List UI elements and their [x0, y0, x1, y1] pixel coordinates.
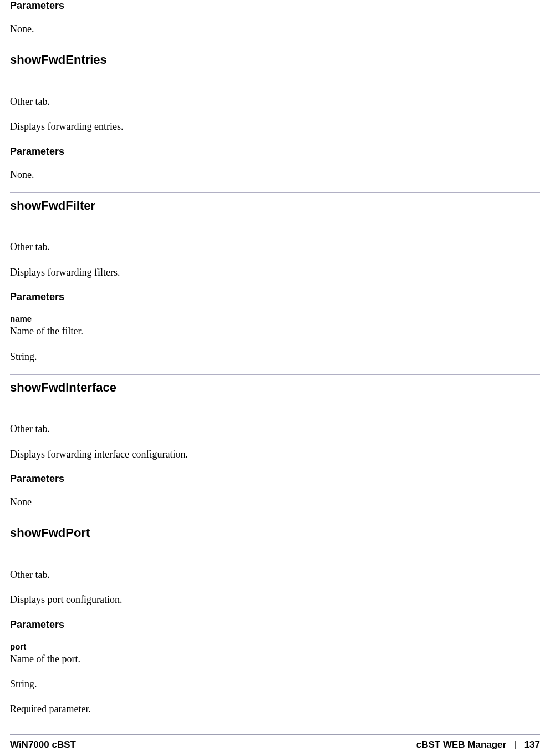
body-text: Name of the port.	[10, 652, 540, 666]
parameters-heading: Parameters	[10, 0, 540, 15]
parameter-name: name	[10, 306, 540, 324]
body-text: Other tab.	[10, 543, 540, 581]
footer-left: WiN7000 cBST	[10, 739, 76, 750]
parameters-heading: Parameters	[10, 279, 540, 306]
parameters-heading: Parameters	[10, 607, 540, 634]
body-text: Name of the filter.	[10, 324, 540, 338]
body-text: Other tab.	[10, 215, 540, 253]
body-text: None.	[10, 161, 540, 181]
parameters-heading: Parameters	[10, 461, 540, 488]
command-title: showFwdFilter	[10, 199, 540, 215]
command-title: showFwdInterface	[10, 380, 540, 397]
parameters-heading: Parameters	[10, 134, 540, 161]
body-text: None	[10, 488, 540, 509]
body-text: Displays forwarding interface configurat…	[10, 436, 540, 461]
page-number: 137	[524, 739, 540, 750]
parameter-name: port	[10, 634, 540, 652]
footer-right: cBST WEB Manager	[416, 739, 506, 750]
body-text: String.	[10, 666, 540, 691]
command-title: showFwdPort	[10, 526, 540, 542]
command-title: showFwdEntries	[10, 53, 540, 69]
footer-divider: |	[514, 739, 516, 750]
body-text: Other tab.	[10, 397, 540, 435]
body-text: None.	[10, 15, 540, 35]
body-text: Displays forwarding filters.	[10, 254, 540, 279]
body-text: Displays forwarding entries.	[10, 108, 540, 133]
body-text: String.	[10, 338, 540, 363]
body-text: Displays port configuration.	[10, 581, 540, 606]
body-text: Required parameter.	[10, 691, 540, 716]
body-text: Other tab.	[10, 70, 540, 108]
